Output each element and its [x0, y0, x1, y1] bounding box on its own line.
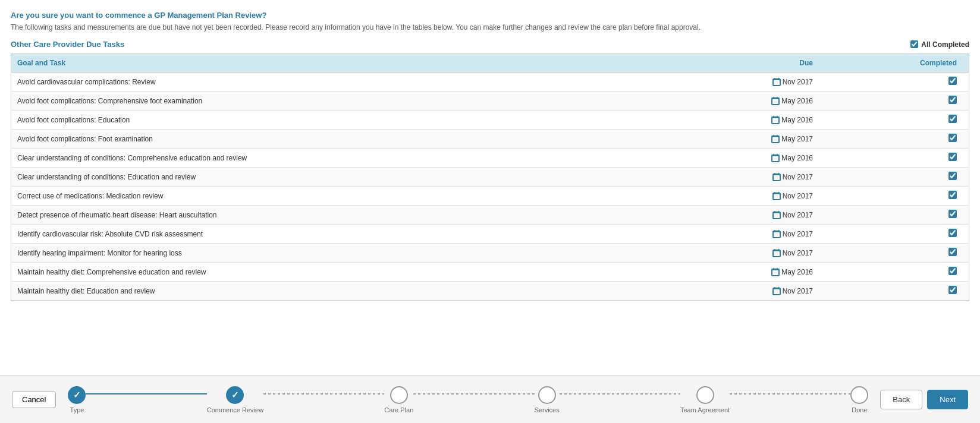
table-row: Identify cardiovascular risk: Absolute C…: [11, 225, 969, 244]
completed-checkbox[interactable]: [948, 229, 957, 237]
completed-checkbox[interactable]: [948, 115, 957, 123]
completed-checkbox[interactable]: [948, 210, 957, 218]
svg-rect-1: [774, 80, 780, 85]
svg-rect-46: [774, 251, 780, 256]
svg-rect-12: [773, 116, 774, 118]
svg-rect-16: [772, 137, 778, 142]
table-row: Identify hearing impairment: Monitor for…: [11, 244, 969, 263]
svg-rect-17: [773, 135, 774, 137]
task-cell: Clear understanding of conditions: Educa…: [11, 168, 673, 187]
step-label: Type: [70, 406, 84, 413]
table-row: Avoid foot complications: Comprehensive …: [11, 91, 969, 111]
svg-rect-7: [773, 97, 774, 99]
nav-buttons: Back Next: [880, 390, 968, 409]
completed-checkbox[interactable]: [948, 172, 957, 180]
due-cell: May 2016: [673, 263, 819, 282]
task-cell: Clear understanding of conditions: Compr…: [11, 149, 673, 168]
svg-rect-11: [772, 118, 778, 123]
task-cell: Avoid cardiovascular complications: Revi…: [11, 72, 673, 91]
task-cell: Identify cardiovascular risk: Absolute C…: [11, 225, 673, 244]
due-cell: Nov 2017: [673, 168, 819, 187]
completed-checkbox[interactable]: [948, 286, 957, 294]
footer: Cancel ✓Type✓Commence ReviewCare PlanSer…: [0, 375, 980, 423]
svg-rect-8: [777, 97, 778, 99]
svg-rect-2: [774, 78, 775, 80]
completed-cell[interactable]: [819, 111, 969, 130]
svg-rect-21: [772, 156, 778, 161]
task-cell: Avoid foot complications: Comprehensive …: [11, 91, 673, 111]
table-row: Avoid foot complications: Education May …: [11, 111, 969, 130]
completed-cell[interactable]: [819, 130, 969, 149]
svg-rect-42: [774, 230, 775, 232]
completed-checkbox[interactable]: [948, 248, 957, 256]
completed-checkbox[interactable]: [948, 77, 957, 85]
svg-rect-6: [772, 99, 778, 104]
step-connector: [560, 393, 680, 394]
col-due: Due: [673, 54, 819, 72]
step-circle: [390, 386, 408, 404]
table-row: Clear understanding of conditions: Educa…: [11, 168, 969, 187]
due-cell: Nov 2017: [673, 206, 819, 225]
task-cell: Correct use of medications: Medication r…: [11, 187, 673, 206]
back-button[interactable]: Back: [880, 390, 922, 409]
completed-checkbox[interactable]: [948, 267, 957, 275]
completed-cell[interactable]: [819, 244, 969, 263]
due-cell: Nov 2017: [673, 244, 819, 263]
step-connector: [730, 393, 850, 394]
table-row: Maintain healthy diet: Education and rev…: [11, 282, 969, 301]
wizard-step-care-plan: Care Plan: [384, 386, 413, 413]
svg-rect-13: [777, 116, 778, 118]
table-row: Correct use of medications: Medication r…: [11, 187, 969, 206]
step-label: Care Plan: [384, 406, 413, 413]
svg-rect-27: [774, 173, 775, 175]
completed-checkbox[interactable]: [948, 191, 957, 199]
checkmark-icon: ✓: [231, 390, 239, 400]
cancel-button[interactable]: Cancel: [12, 391, 56, 408]
table-header-row: Goal and Task Due Completed: [11, 54, 969, 72]
due-cell: May 2016: [673, 91, 819, 111]
completed-checkbox[interactable]: [948, 153, 957, 161]
completed-cell[interactable]: [819, 225, 969, 244]
completed-cell[interactable]: [819, 72, 969, 91]
completed-cell[interactable]: [819, 282, 969, 301]
step-label: Commence Review: [207, 406, 263, 413]
all-completed-label: All Completed: [921, 40, 969, 49]
svg-rect-36: [774, 213, 780, 218]
all-completed-checkbox[interactable]: [910, 40, 918, 48]
table-row: Detect presence of rheumatic heart disea…: [11, 206, 969, 225]
wizard-step-done: Done: [850, 386, 868, 413]
completed-cell[interactable]: [819, 149, 969, 168]
wizard-step-type: ✓Type: [68, 386, 86, 413]
completed-checkbox[interactable]: [948, 134, 957, 142]
completed-cell[interactable]: [819, 91, 969, 111]
svg-rect-58: [778, 287, 779, 289]
checkmark-icon: ✓: [73, 390, 81, 400]
page-title: Are you sure you want to commence a GP M…: [11, 11, 969, 20]
main-content: Are you sure you want to commence a GP M…: [0, 0, 980, 375]
col-completed: Completed: [819, 54, 969, 72]
tasks-table-container: Goal and Task Due Completed Avoid cardio…: [11, 53, 969, 301]
wizard-steps: ✓Type✓Commence ReviewCare PlanServicesTe…: [68, 386, 868, 413]
svg-rect-22: [773, 154, 774, 156]
svg-rect-52: [773, 268, 774, 270]
wizard-step-services: Services: [535, 386, 560, 413]
next-button[interactable]: Next: [927, 390, 968, 409]
step-circle: [538, 386, 556, 404]
svg-rect-37: [774, 211, 775, 213]
step-circle: ✓: [68, 386, 86, 404]
section-header: Other Care Provider Due Tasks All Comple…: [11, 40, 969, 49]
completed-checkbox[interactable]: [948, 96, 957, 104]
svg-rect-31: [774, 194, 780, 199]
task-cell: Maintain healthy diet: Comprehensive edu…: [11, 263, 673, 282]
step-label: Done: [852, 406, 867, 413]
step-circle: ✓: [226, 386, 244, 404]
page-description: The following tasks and measurements are…: [11, 23, 969, 31]
all-completed-wrapper: All Completed: [910, 40, 969, 49]
completed-cell[interactable]: [819, 263, 969, 282]
task-cell: Maintain healthy diet: Education and rev…: [11, 282, 673, 301]
completed-cell[interactable]: [819, 187, 969, 206]
due-cell: Nov 2017: [673, 225, 819, 244]
completed-cell[interactable]: [819, 206, 969, 225]
completed-cell[interactable]: [819, 168, 969, 187]
svg-rect-53: [777, 268, 778, 270]
